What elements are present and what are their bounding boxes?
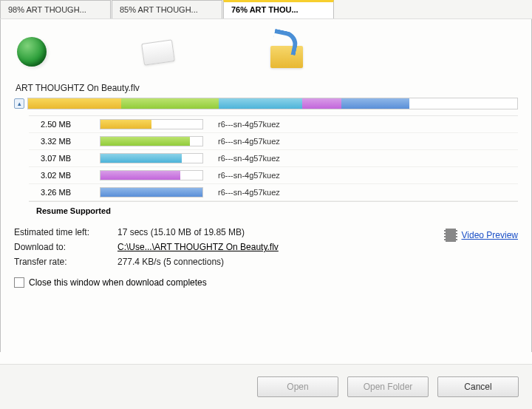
eta-label: Estimated time left: xyxy=(14,227,117,237)
folder-arrow-icon xyxy=(268,36,305,68)
thread-row: 3.02 MBr6---sn-4g57kuez xyxy=(29,167,518,184)
resume-status: Resume Supported xyxy=(29,201,518,220)
thread-progress-fill xyxy=(100,171,180,180)
thread-host: r6---sn-4g57kuez xyxy=(218,188,280,197)
tab-download-1[interactable]: 85% ART THOUGH... xyxy=(112,0,222,18)
thread-progress-fill xyxy=(100,188,202,197)
thread-progress-bar xyxy=(100,136,203,146)
download-window: 98% ART THOUGH... 85% ART THOUGH... 76% … xyxy=(0,0,532,409)
thread-size: 3.07 MB xyxy=(33,154,100,163)
thread-size: 3.32 MB xyxy=(33,137,100,146)
rate-value: 277.4 KB/s (5 connections) xyxy=(117,257,279,267)
thread-row: 2.50 MBr6---sn-4g57kuez xyxy=(29,116,518,133)
thread-size: 3.26 MB xyxy=(33,188,100,197)
thread-progress-fill xyxy=(100,137,190,146)
button-row: Open Open Folder Cancel xyxy=(0,364,532,409)
thread-size: 2.50 MB xyxy=(33,120,100,129)
progress-segment-5 xyxy=(341,98,410,109)
video-preview-box: Video Preview xyxy=(444,229,519,242)
tab-download-0[interactable]: 98% ART THOUGH... xyxy=(0,0,111,18)
info-block: Estimated time left: 17 secs (15.10 MB o… xyxy=(14,227,518,267)
cancel-button[interactable]: Cancel xyxy=(437,376,519,397)
tab-download-2[interactable]: 76% ART THOU... xyxy=(223,0,334,18)
file-icon xyxy=(135,37,180,67)
download-filename: ART THOUGHTZ On Beauty.flv xyxy=(14,83,518,93)
close-when-done-label: Close this window when download complete… xyxy=(29,277,207,288)
thread-progress-fill xyxy=(100,120,151,129)
tab-content: ART THOUGHTZ On Beauty.flv ▴ 2.50 MBr6--… xyxy=(0,19,532,352)
thread-host: r6---sn-4g57kuez xyxy=(218,137,280,146)
thread-progress-bar xyxy=(100,153,203,163)
thread-host: r6---sn-4g57kuez xyxy=(218,154,280,163)
overall-progress-bar xyxy=(27,98,518,109)
open-button[interactable]: Open xyxy=(257,376,338,397)
download-path-link[interactable]: C:\Use...\ART THOUGHTZ On Beauty.flv xyxy=(117,242,279,252)
eta-value: 17 secs (15.10 MB of 19.85 MB) xyxy=(117,227,279,237)
thread-progress-bar xyxy=(100,187,203,197)
thread-progress-bar xyxy=(100,170,203,180)
thread-row: 3.07 MBr6---sn-4g57kuez xyxy=(29,150,518,167)
path-label: Download to: xyxy=(14,242,117,252)
thread-row: 3.26 MBr6---sn-4g57kuez xyxy=(29,184,518,201)
info-table: Estimated time left: 17 secs (15.10 MB o… xyxy=(14,227,279,267)
progress-segment-3 xyxy=(219,98,302,109)
progress-segment-1 xyxy=(28,98,121,109)
close-when-done-checkbox[interactable] xyxy=(14,277,24,288)
thread-list: 2.50 MBr6---sn-4g57kuez3.32 MBr6---sn-4g… xyxy=(29,115,518,201)
globe-icon xyxy=(17,37,47,67)
rate-label: Transfer rate: xyxy=(14,257,117,267)
progress-segment-4 xyxy=(302,98,341,109)
tab-bar: 98% ART THOUGH... 85% ART THOUGH... 76% … xyxy=(0,0,532,19)
icon-row xyxy=(14,28,518,83)
progress-segment-2 xyxy=(121,98,219,109)
close-when-done-row: Close this window when download complete… xyxy=(14,277,518,288)
thread-row: 3.32 MBr6---sn-4g57kuez xyxy=(29,133,518,150)
thread-progress-fill xyxy=(100,154,182,163)
thread-size: 3.02 MB xyxy=(33,171,100,180)
open-folder-button[interactable]: Open Folder xyxy=(347,376,429,397)
video-preview-link[interactable]: Video Preview xyxy=(462,230,519,240)
film-icon xyxy=(444,229,457,242)
thread-progress-bar xyxy=(100,119,203,129)
thread-host: r6---sn-4g57kuez xyxy=(218,120,280,129)
overall-progress-row: ▴ xyxy=(14,98,518,109)
thread-host: r6---sn-4g57kuez xyxy=(218,171,280,180)
collapse-threads-button[interactable]: ▴ xyxy=(14,98,24,109)
